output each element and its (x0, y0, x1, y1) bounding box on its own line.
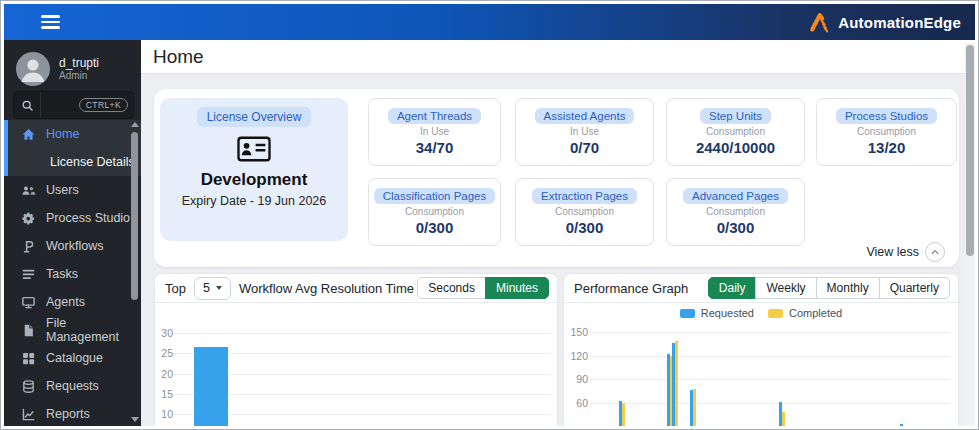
brand-logo-icon (809, 10, 834, 34)
legend-label-requested: Requested (701, 307, 754, 319)
sidebar-nav: Home License Details Users Process Studi… (4, 120, 141, 426)
stat-value: 0/300 (717, 219, 755, 236)
y-tick-label: 120 (566, 350, 588, 362)
search-shortcut-badge: CTRL+K (79, 98, 128, 112)
gridline (172, 333, 551, 334)
monitor-icon (20, 294, 36, 310)
stat-title: Process Studios (836, 108, 937, 124)
workflow-resolution-panel: 3025201510 Top 5 Workflow Avg Resolution… (154, 273, 558, 426)
minutes-button[interactable]: Minutes (485, 277, 549, 299)
view-less-label: View less (866, 245, 919, 259)
performance-header: Performance Graph Daily Weekly Monthly Q… (564, 274, 958, 303)
stat-metric: Consumption (857, 126, 916, 137)
gridline (590, 403, 950, 404)
view-less-toggle[interactable]: View less (866, 242, 945, 262)
main-scrollbar-thumb[interactable] (966, 45, 974, 256)
y-tick-label: 150 (566, 326, 588, 338)
performance-graph-panel: 1501209060 Performance Graph Daily Weekl… (563, 273, 959, 426)
sidebar-item-agents[interactable]: Agents (4, 288, 141, 316)
stat-title: Step Units (700, 108, 771, 124)
stat-metric: Consumption (555, 206, 614, 217)
stat-metric: Consumption (706, 206, 765, 217)
perf-bar-completed (693, 389, 696, 426)
gridline (590, 332, 950, 333)
sidebar-scrollbar-thumb[interactable] (131, 132, 138, 300)
gridline (590, 356, 950, 357)
workflow-icon (20, 238, 36, 254)
topbar: AutomationEdge (4, 4, 975, 40)
gridline (172, 394, 551, 395)
sidebar-item-tasks[interactable]: Tasks (4, 260, 141, 288)
sidebar-item-reports[interactable]: Reports (4, 400, 141, 426)
home-icon (20, 126, 36, 142)
workflow-bar (194, 347, 228, 426)
top-n-select[interactable]: 5 (194, 277, 231, 300)
stat-metric: In Use (570, 126, 599, 137)
users-icon (20, 182, 36, 198)
menu-toggle-button[interactable] (41, 15, 60, 29)
stat-card-extraction-pages: Extraction Pages Consumption 0/300 (515, 178, 654, 246)
seconds-button[interactable]: Seconds (417, 277, 486, 299)
main-scrollbar[interactable] (965, 43, 975, 426)
legend-swatch-requested (680, 309, 695, 318)
period-toggle-group: Daily Weekly Monthly Quarterly (708, 277, 950, 299)
stat-value: 34/70 (416, 139, 454, 156)
perf-bar-requested (900, 424, 903, 426)
brand-logo: AutomationEdge (809, 4, 961, 40)
stat-card-step-units: Step Units Consumption 2440/10000 (666, 98, 805, 166)
sidebar-item-file-management[interactable]: File Management (4, 316, 141, 344)
top-n-value: 5 (203, 281, 210, 295)
search-icon[interactable] (14, 92, 41, 118)
license-overview-card: License Overview Development Expiry Date… (160, 98, 348, 241)
stat-metric: Consumption (405, 206, 464, 217)
perf-bar-completed (782, 412, 785, 426)
sidebar-item-label: Process Studio (46, 211, 130, 225)
sidebar-item-process-studio[interactable]: Process Studio (4, 204, 141, 232)
legend-swatch-completed (768, 309, 783, 318)
sidebar-search: CTRL+K (13, 91, 134, 119)
main-content: Home License Overview Development Expiry… (141, 40, 975, 426)
license-type: Development (201, 170, 308, 190)
user-profile[interactable]: d_trupti Admin (16, 52, 99, 86)
top-label: Top (165, 281, 186, 296)
sidebar-scrollbar[interactable] (130, 120, 139, 424)
scroll-up-arrow-icon[interactable] (131, 122, 139, 127)
user-avatar-icon (16, 52, 50, 86)
stat-value: 0/300 (566, 219, 604, 236)
weekly-button[interactable]: Weekly (755, 277, 816, 299)
sidebar-item-label: Tasks (46, 267, 78, 281)
y-tick-label: 60 (566, 397, 588, 409)
y-tick-label: 30 (154, 327, 173, 339)
sidebar-item-users[interactable]: Users (4, 176, 141, 204)
chevron-down-icon (216, 286, 222, 290)
stat-value: 0/300 (416, 219, 454, 236)
perf-bar-completed (622, 403, 625, 426)
user-role: Admin (59, 70, 99, 82)
quarterly-button[interactable]: Quarterly (879, 277, 950, 299)
sidebar: d_trupti Admin CTRL+K Home License Det (4, 40, 141, 426)
sidebar-item-license-details[interactable]: License Details (8, 148, 141, 176)
stat-card-assisted-agents: Assisted Agents In Use 0/70 (515, 98, 654, 166)
workflow-chart-title: Workflow Avg Resolution Time (239, 281, 414, 296)
daily-button[interactable]: Daily (708, 277, 757, 299)
license-overview-badge: License Overview (197, 107, 312, 127)
sidebar-item-label: License Details (50, 155, 135, 169)
sidebar-item-catalogue[interactable]: Catalogue (4, 344, 141, 372)
sidebar-item-workflows[interactable]: Workflows (4, 232, 141, 260)
sidebar-item-label: Agents (46, 295, 85, 309)
gridline (590, 379, 950, 380)
scroll-down-arrow-icon[interactable] (131, 417, 139, 422)
y-tick-label: 10 (154, 408, 173, 420)
sidebar-item-label: Workflows (46, 239, 103, 253)
search-input[interactable] (41, 99, 79, 111)
database-icon (20, 378, 36, 394)
stat-value: 0/70 (570, 139, 599, 156)
stat-title: Extraction Pages (532, 188, 637, 204)
stat-card-advanced-pages: Advanced Pages Consumption 0/300 (666, 178, 805, 246)
file-icon (20, 322, 36, 338)
sidebar-item-home[interactable]: Home (8, 120, 141, 148)
sidebar-item-requests[interactable]: Requests (4, 372, 141, 400)
gridline (172, 374, 551, 375)
sidebar-item-label: Users (46, 183, 79, 197)
monthly-button[interactable]: Monthly (816, 277, 880, 299)
